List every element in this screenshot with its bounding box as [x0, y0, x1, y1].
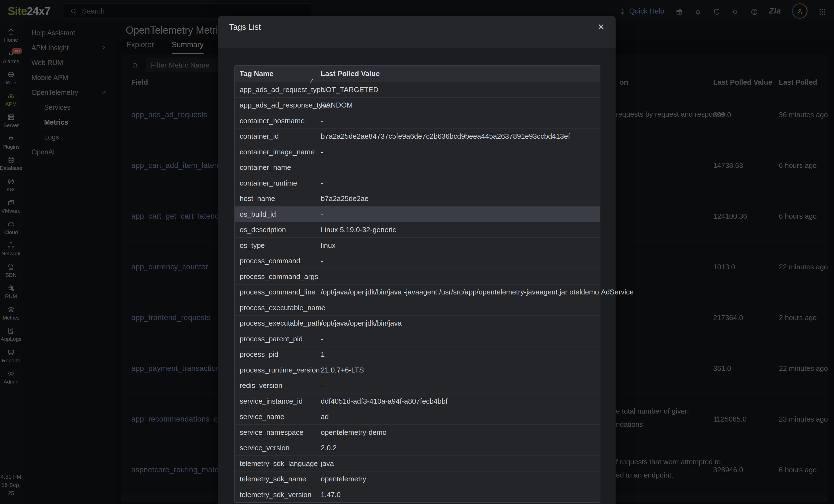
- tag-name-cell: process_executable_name: [240, 303, 325, 312]
- tag-value-cell: opentelemetry-demo: [321, 428, 387, 436]
- tags-list-modal: Tags List ✕ Tag Name Last Polled Value ∕…: [218, 16, 616, 504]
- tag-value-cell: 21.0.7+6-LTS: [321, 366, 364, 374]
- tag-name-cell: process_command_args: [240, 272, 318, 281]
- tags-rows: app_ads_ad_request_type NOT_TARGETED app…: [235, 82, 600, 502]
- app-root: Site24x7 Search Quick Help Zia: [0, 0, 834, 504]
- tag-value-cell: ad: [321, 413, 329, 421]
- tag-name-cell: process_runtime_version: [240, 366, 320, 374]
- tag-row[interactable]: container_runtime -: [235, 175, 600, 191]
- tag-row[interactable]: process_executable_path /opt/java/openjd…: [235, 315, 600, 331]
- tag-row[interactable]: os_description Linux 5.19.0-32-generic: [235, 222, 600, 238]
- tag-name-cell: container_image_name: [240, 148, 315, 156]
- tag-row[interactable]: host_name b7a2a25de2ae: [235, 191, 600, 206]
- tag-value-cell: NOT_TARGETED: [321, 85, 378, 94]
- tag-name-cell: os_type: [240, 241, 265, 249]
- tag-value-cell: -: [321, 179, 323, 187]
- tag-row[interactable]: app_ads_ad_request_type NOT_TARGETED: [235, 82, 600, 97]
- tag-row[interactable]: service_instance_id ddf4051d-adf3-410a-a…: [235, 393, 600, 409]
- tag-name-header[interactable]: Tag Name: [240, 69, 273, 78]
- tag-name-cell: container_id: [240, 132, 279, 140]
- tag-value-cell: -: [321, 334, 323, 343]
- tag-value-cell: -: [321, 148, 323, 156]
- tag-name-cell: service_namespace: [240, 428, 303, 436]
- tag-name-cell: telemetry_sdk_version: [240, 490, 311, 499]
- tag-row[interactable]: process_runtime_version 21.0.7+6-LTS: [235, 362, 600, 378]
- tag-name-cell: process_command: [240, 257, 300, 265]
- modal-header: Tags List ✕: [218, 16, 616, 38]
- tag-name-cell: process_command_line: [240, 288, 315, 297]
- tag-name-cell: host_name: [240, 194, 275, 203]
- tag-row[interactable]: container_name -: [235, 160, 600, 175]
- tags-table: Tag Name Last Polled Value ∕∕ app_ads_ad…: [235, 65, 600, 503]
- tag-row[interactable]: telemetry_sdk_name opentelemetry: [235, 471, 600, 487]
- tag-row[interactable]: telemetry_sdk_version 1.47.0: [235, 487, 600, 502]
- tag-row[interactable]: process_command_args -: [235, 268, 600, 284]
- tag-name-cell: app_ads_ad_request_type: [240, 85, 325, 94]
- tag-value-cell: opentelemetry: [321, 475, 366, 483]
- tag-row[interactable]: container_hostname -: [235, 113, 600, 129]
- close-icon[interactable]: ✕: [598, 23, 605, 31]
- tag-value-cell: RANDOM: [321, 101, 353, 109]
- tag-value-cell: -: [321, 272, 323, 281]
- tag-name-cell: service_instance_id: [240, 397, 303, 405]
- tag-row[interactable]: container_image_name -: [235, 144, 600, 160]
- tag-value-cell: b7a2a25de2ae: [321, 194, 369, 203]
- tag-row[interactable]: process_command_line /opt/java/openjdk/b…: [235, 284, 600, 300]
- tag-name-cell: telemetry_sdk_language: [240, 459, 318, 467]
- tag-name-cell: telemetry_sdk_name: [240, 475, 306, 483]
- tag-value-cell: linux: [321, 241, 335, 249]
- tag-row[interactable]: process_executable_name -: [235, 300, 600, 315]
- tag-name-cell: container_runtime: [240, 179, 297, 187]
- tag-row[interactable]: os_build_id -: [235, 206, 600, 222]
- tag-row[interactable]: os_type linux: [235, 237, 600, 253]
- tag-row[interactable]: process_pid 1: [235, 347, 600, 362]
- last-polled-value-header[interactable]: Last Polled Value: [321, 69, 380, 78]
- tag-row[interactable]: app_ads_ad_response_type RANDOM: [235, 97, 600, 113]
- tag-row[interactable]: process_command -: [235, 253, 600, 269]
- tag-name-cell: process_executable_path: [240, 319, 321, 328]
- tag-row[interactable]: service_name ad: [235, 409, 600, 424]
- tag-value-cell: /opt/java/openjdk/bin/java -javaagent:/u…: [321, 288, 634, 297]
- tag-name-cell: service_version: [240, 444, 290, 452]
- tag-value-cell: java: [321, 459, 334, 467]
- tag-name-cell: os_build_id: [240, 210, 276, 218]
- tag-row[interactable]: redis_version -: [235, 378, 600, 393]
- tag-row[interactable]: container_id b7a2a25de2ae84737c5fe9a6de7…: [235, 129, 600, 144]
- tag-value-cell: -: [321, 116, 323, 125]
- tag-value-cell: 1: [321, 350, 325, 359]
- tag-value-cell: -: [321, 210, 323, 218]
- tag-value-cell: ddf4051d-adf3-410a-a94f-a807fecb4bbf: [321, 397, 447, 405]
- tag-value-cell: -: [321, 303, 323, 312]
- tag-value-cell: -: [321, 163, 323, 172]
- modal-title: Tags List: [229, 23, 598, 32]
- tag-name-cell: process_parent_pid: [240, 334, 303, 343]
- tag-name-cell: app_ads_ad_response_type: [240, 101, 330, 109]
- tag-row[interactable]: process_parent_pid -: [235, 331, 600, 347]
- tag-name-cell: container_name: [240, 163, 291, 172]
- tag-name-cell: service_name: [240, 413, 284, 421]
- tag-value-cell: b7a2a25de2ae84737c5fe9a6de7c2b636bcd9bee…: [321, 132, 570, 140]
- tag-value-cell: /opt/java/openjdk/bin/java: [321, 319, 401, 328]
- tag-value-cell: -: [321, 381, 323, 390]
- tag-value-cell: -: [321, 257, 323, 265]
- tag-row[interactable]: telemetry_sdk_language java: [235, 456, 600, 471]
- modal-subheader-band: [218, 38, 616, 48]
- tag-value-cell: 2.0.2: [321, 444, 337, 452]
- tag-row[interactable]: service_version 2.0.2: [235, 440, 600, 456]
- tag-name-cell: os_description: [240, 225, 286, 234]
- tags-table-header: Tag Name Last Polled Value ∕∕: [235, 66, 600, 82]
- tag-value-cell: Linux 5.19.0-32-generic: [321, 225, 396, 234]
- tag-name-cell: process_pid: [240, 350, 278, 359]
- tag-value-cell: 1.47.0: [321, 490, 341, 499]
- tag-name-cell: container_hostname: [240, 116, 305, 125]
- tag-row[interactable]: service_namespace opentelemetry-demo: [235, 424, 600, 440]
- tag-name-cell: redis_version: [240, 381, 282, 390]
